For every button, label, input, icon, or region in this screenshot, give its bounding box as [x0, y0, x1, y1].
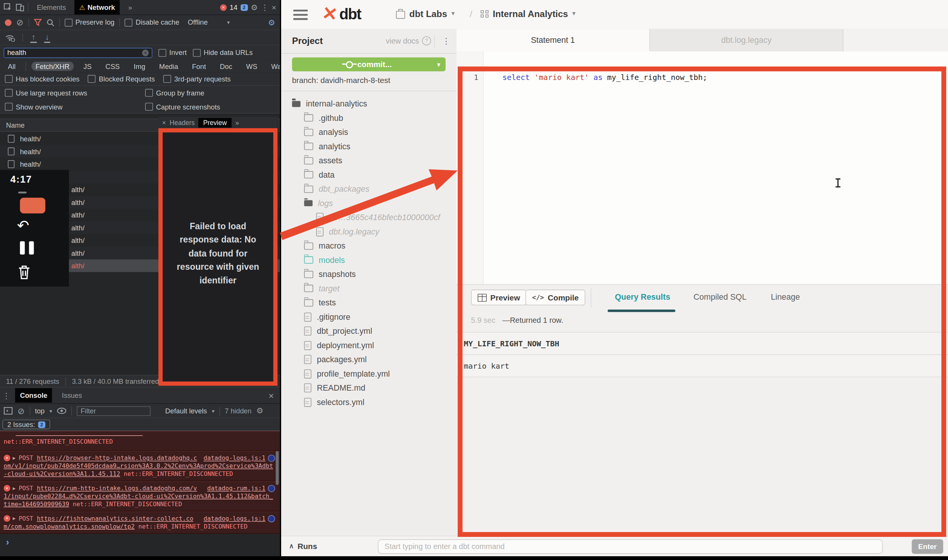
- pause-button[interactable]: [20, 241, 34, 255]
- tree-item-tests[interactable]: tests: [281, 296, 457, 310]
- search-icon[interactable]: [46, 19, 54, 27]
- show-overview-checkbox[interactable]: Show overview: [5, 103, 63, 111]
- type-filter-ws[interactable]: WS: [242, 62, 261, 71]
- source-link[interactable]: datadog-rum.js:1: [207, 484, 266, 492]
- hide-data-urls-checkbox[interactable]: Hide data URLs: [193, 48, 253, 56]
- clear-console-icon[interactable]: ⊘: [17, 406, 25, 416]
- error-source[interactable]: datadog-logs.js:1: [203, 515, 275, 522]
- dbt-command-input[interactable]: Start typing to enter a dbt command: [378, 539, 882, 554]
- tree-item-data[interactable]: data: [281, 168, 457, 182]
- source-link[interactable]: datadog-logs.js:1: [203, 515, 265, 522]
- tree-item-target[interactable]: target: [281, 282, 457, 296]
- preserve-log-checkbox[interactable]: Preserve log: [64, 19, 114, 27]
- type-filter-js[interactable]: JS: [79, 62, 96, 71]
- disclosure-triangle-icon[interactable]: ▶: [13, 515, 16, 522]
- project-switcher[interactable]: Internal Analytics ▾: [481, 8, 576, 19]
- account-switcher[interactable]: dbt Labs ▾: [396, 8, 455, 19]
- tree-item-internal-analytics[interactable]: internal-analytics: [281, 97, 457, 111]
- error-source[interactable]: datadog-logs.js:1: [203, 454, 275, 462]
- tree-item-dbt-project-yml[interactable]: dbt_project.yml: [281, 324, 457, 338]
- settings-gear-icon[interactable]: ⚙: [251, 3, 258, 12]
- trash-button[interactable]: [16, 264, 32, 280]
- disable-cache-checkbox[interactable]: Disable cache: [125, 19, 179, 27]
- disclosure-triangle-icon[interactable]: ▶: [13, 454, 16, 462]
- has-blocked-cookies-checkbox[interactable]: Has blocked cookies: [5, 75, 80, 83]
- tree-item--gitignore[interactable]: .gitignore: [281, 310, 457, 324]
- blocked-requests-checkbox[interactable]: Blocked Requests: [88, 75, 155, 83]
- stop-recording-button[interactable]: [20, 198, 45, 213]
- console-sidebar-icon[interactable]: [4, 407, 13, 415]
- device-toolbar-icon[interactable]: [16, 3, 24, 11]
- error-source[interactable]: datadog-rum.js:1: [207, 484, 275, 492]
- invert-checkbox[interactable]: Invert: [158, 48, 187, 56]
- type-filter-fetch-xhr[interactable]: Fetch/XHR: [31, 62, 74, 71]
- tree-item-snapshots[interactable]: snapshots: [281, 267, 457, 281]
- minimize-icon[interactable]: [18, 192, 27, 194]
- network-filter-input[interactable]: health ×: [4, 47, 153, 58]
- type-filter-wasm[interactable]: Wasm: [267, 62, 280, 71]
- tree-item-macros[interactable]: macros: [281, 239, 457, 253]
- close-console-icon[interactable]: ×: [269, 390, 274, 400]
- context-select[interactable]: top: [35, 407, 45, 415]
- editor-tab-statement-1[interactable]: Statement 1: [457, 29, 650, 52]
- type-filter-font[interactable]: Font: [188, 62, 210, 71]
- capture-screenshots-checkbox[interactable]: Capture screenshots: [145, 103, 220, 111]
- runs-toggle[interactable]: ∧ Runs: [289, 542, 317, 551]
- -rd-party-requests-checkbox[interactable]: 3rd-party requests: [163, 75, 231, 83]
- console-kebab-icon[interactable]: ⋮: [2, 391, 10, 400]
- more-tabs-chevron[interactable]: »: [124, 0, 137, 14]
- console-error[interactable]: ×▶datadog-rum.js:1POST https://rum-http-…: [0, 481, 280, 512]
- tree-item--nf-3665c416bfecb1000000cf[interactable]: .nf…3665c416bfecb1000000cf: [281, 210, 457, 224]
- hamburger-menu-icon[interactable]: [293, 10, 308, 23]
- tree-item-packages-yml[interactable]: packages.yml: [281, 352, 457, 366]
- details-more-chevron[interactable]: »: [235, 119, 239, 126]
- clear-network-icon[interactable]: ⊘: [16, 17, 23, 27]
- tree-item-analysis[interactable]: analysis: [281, 125, 457, 139]
- type-filter-all[interactable]: All: [4, 62, 20, 71]
- undo-button[interactable]: ↶: [17, 217, 29, 234]
- network-settings-gear-icon[interactable]: ⚙: [268, 18, 275, 27]
- disclosure-triangle-icon[interactable]: ▶: [13, 484, 16, 492]
- close-details-icon[interactable]: ×: [162, 119, 166, 126]
- console-settings-gear-icon[interactable]: ⚙: [257, 406, 264, 415]
- throttling-select[interactable]: Offline: [188, 19, 208, 26]
- type-filter-img[interactable]: Img: [130, 62, 150, 71]
- commit-button[interactable]: commit... ▾: [292, 58, 446, 72]
- tree-item-assets[interactable]: assets: [281, 153, 457, 167]
- issues-pill[interactable]: 2 Issues: 2: [2, 419, 50, 429]
- tree-item-selectors-yml[interactable]: selectors.yml: [281, 395, 457, 409]
- tree-item-models[interactable]: models: [281, 253, 457, 267]
- tree-item-profile-template-yml[interactable]: profile_template.yml: [281, 367, 457, 381]
- help-icon[interactable]: ?: [422, 36, 431, 45]
- tree-item-dbt-packages[interactable]: dbt_packages: [281, 182, 457, 196]
- group-by-frame-checkbox[interactable]: Group by frame: [145, 89, 204, 97]
- console-error[interactable]: ×▶datadog-logs.js:1POST https://fishtown…: [0, 512, 280, 534]
- dbt-logo[interactable]: ✕ dbt: [322, 5, 361, 23]
- network-conditions-icon[interactable]: [5, 34, 15, 42]
- tree-item--github[interactable]: .github: [281, 111, 457, 125]
- view-docs-link[interactable]: view docs: [386, 37, 419, 45]
- editor-tab-dbt-log-legacy[interactable]: dbt.log.legacy: [650, 29, 843, 52]
- enter-button[interactable]: Enter: [912, 539, 943, 554]
- tab-elements[interactable]: Elements: [32, 0, 71, 14]
- log-levels-select[interactable]: Default levels: [165, 407, 207, 415]
- tree-item-deployment-yml[interactable]: deployment.yml: [281, 338, 457, 352]
- tree-item-readme-md[interactable]: README.md: [281, 381, 457, 395]
- close-devtools-icon[interactable]: ×: [272, 3, 276, 12]
- console-filter-input[interactable]: Filter: [77, 406, 151, 416]
- use-large-request-rows-checkbox[interactable]: Use large request rows: [5, 89, 87, 97]
- tree-item-dbt-log-legacy[interactable]: dbt.log.legacy: [281, 225, 457, 239]
- record-icon[interactable]: [5, 19, 12, 26]
- console-error[interactable]: net::ERR_INTERNET_DISCONNECTED: [0, 431, 280, 451]
- throttling-caret-icon[interactable]: ▾: [227, 19, 230, 25]
- tab-preview[interactable]: Preview: [198, 118, 232, 128]
- kebab-menu-icon[interactable]: ⋮: [261, 3, 269, 12]
- type-filter-css[interactable]: CSS: [101, 62, 124, 71]
- import-har-icon[interactable]: ↑: [30, 32, 37, 42]
- console-scrollbar[interactable]: [276, 451, 279, 485]
- console-prompt[interactable]: ›: [0, 534, 280, 555]
- type-filter-media[interactable]: Media: [155, 62, 182, 71]
- tree-item-logs[interactable]: logs: [281, 196, 457, 210]
- inspect-icon[interactable]: [4, 3, 12, 11]
- export-har-icon[interactable]: ↓: [44, 32, 50, 42]
